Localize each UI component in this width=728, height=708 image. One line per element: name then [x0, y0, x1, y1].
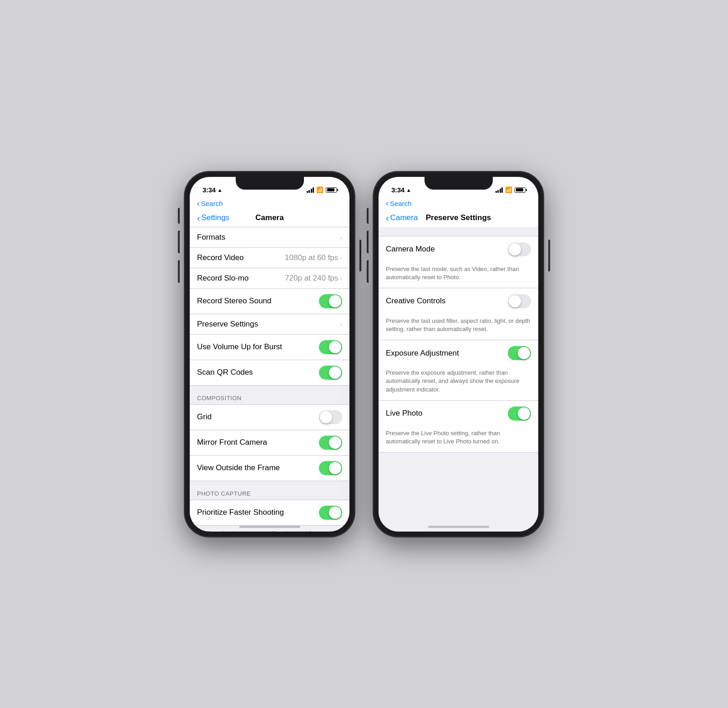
record-slomo-chevron: › [340, 275, 342, 282]
toggle-knob [329, 295, 341, 307]
live-photo-toggle[interactable] [508, 407, 531, 421]
home-indicator-2 [428, 526, 489, 528]
creative-controls-row: Creative Controls [379, 288, 538, 314]
volume-burst-toggle[interactable] [319, 340, 342, 354]
toggle-knob [518, 347, 530, 359]
back-chevron-2: ‹ [386, 213, 389, 223]
notch-2 [425, 177, 493, 190]
mute-button[interactable] [178, 208, 180, 224]
back-to-search[interactable]: ‹ Search [197, 199, 223, 208]
mirror-front-row: Mirror Front Camera [190, 430, 349, 456]
wifi-icon: 📶 [316, 186, 324, 193]
creative-controls-label: Creative Controls [386, 296, 445, 306]
phone-2: 3:34 ▲ 📶 ‹ Search [373, 171, 544, 537]
formats-row[interactable]: Formats › [190, 227, 349, 248]
record-video-row[interactable]: Record Video 1080p at 60 fps › [190, 248, 349, 268]
signal-icon [307, 187, 314, 193]
preserve-settings-label: Preserve Settings [197, 320, 258, 329]
record-video-val-text: 1080p at 60 fps [285, 253, 338, 262]
toggle-knob [320, 411, 332, 423]
mute-button-2[interactable] [367, 208, 369, 224]
search-label: Search [201, 200, 223, 207]
toggle-knob [509, 295, 521, 307]
live-photo-row: Live Photo [379, 401, 538, 427]
volume-burst-label: Use Volume Up for Burst [197, 342, 282, 351]
camera-settings-list: Formats › Record Video 1080p at 60 fps › [190, 227, 349, 532]
toggle-knob [329, 341, 341, 353]
battery-icon-2 [515, 187, 526, 193]
toggle-knob [329, 462, 341, 474]
status-icons: 📶 [307, 186, 337, 193]
back-to-search-2[interactable]: ‹ Search [386, 199, 412, 208]
volume-up-button-2[interactable] [367, 231, 369, 253]
view-outside-row: View Outside the Frame [190, 456, 349, 481]
volume-down-button[interactable] [178, 260, 180, 283]
home-indicator-1 [239, 526, 300, 528]
signal-icon-2 [495, 187, 503, 193]
nav-bar-1: ‹ Settings Camera [190, 209, 349, 227]
exposure-adjustment-section: Exposure Adjustment Preserve the exposur… [379, 340, 538, 400]
exposure-adjustment-desc: Preserve the exposure adjustment, rather… [379, 366, 538, 400]
grid-row: Grid [190, 405, 349, 430]
faster-shooting-row: Prioritize Faster Shooting [190, 500, 349, 525]
phone-screen-1: 3:34 ▲ 📶 ‹ Search [190, 177, 349, 532]
search-row: ‹ Search [190, 197, 349, 209]
back-label-1: Settings [202, 213, 229, 222]
view-outside-toggle[interactable] [319, 461, 342, 475]
status-icons-2: 📶 [495, 186, 526, 193]
formats-chevron: › [340, 234, 342, 241]
live-photo-label: Live Photo [386, 409, 422, 418]
power-button-2[interactable] [548, 240, 550, 271]
live-photo-section: Live Photo Preserve the Live Photo setti… [379, 400, 538, 452]
camera-mode-toggle[interactable] [508, 242, 531, 256]
wifi-icon-2: 📶 [505, 186, 512, 193]
exposure-adjustment-row: Exposure Adjustment [379, 340, 538, 366]
photo-capture-header: PHOTO CAPTURE [190, 481, 349, 500]
faster-shooting-toggle[interactable] [319, 506, 342, 520]
creative-controls-toggle[interactable] [508, 294, 531, 308]
grid-toggle[interactable] [319, 410, 342, 424]
record-stereo-toggle[interactable] [319, 294, 342, 308]
scan-qr-row: Scan QR Codes [190, 360, 349, 385]
phone-1: 3:34 ▲ 📶 ‹ Search [184, 171, 355, 537]
record-stereo-label: Record Stereo Sound [197, 296, 272, 306]
record-slomo-val-text: 720p at 240 fps [285, 274, 338, 283]
search-label-2: Search [390, 200, 412, 207]
search-row-2: ‹ Search [379, 197, 538, 209]
toggle-knob [329, 507, 341, 519]
volume-burst-row: Use Volume Up for Burst [190, 335, 349, 360]
camera-mode-section: Camera Mode Preserve the last mode, such… [379, 236, 538, 288]
preserve-settings-row[interactable]: Preserve Settings › [190, 314, 349, 335]
power-button[interactable] [359, 240, 361, 271]
mirror-front-toggle[interactable] [319, 436, 342, 450]
volume-up-button[interactable] [178, 231, 180, 253]
exposure-adjustment-toggle[interactable] [508, 346, 531, 360]
back-chevron-icon: ‹ [197, 199, 200, 208]
camera-mode-desc: Preserve the last mode, such as Video, r… [379, 262, 538, 288]
camera-mode-label: Camera Mode [386, 245, 435, 254]
scan-qr-toggle[interactable] [319, 366, 342, 380]
status-time: 3:34 [202, 186, 216, 194]
record-slomo-label: Record Slo-mo [197, 274, 248, 283]
page-title-2: Preserve Settings [426, 213, 491, 222]
back-label-2: Camera [390, 213, 418, 222]
record-video-chevron: › [340, 254, 342, 261]
scan-qr-label: Scan QR Codes [197, 368, 253, 377]
camera-mode-row: Camera Mode [379, 236, 538, 262]
record-stereo-row: Record Stereo Sound [190, 289, 349, 314]
creative-controls-desc: Preserve the last used filter, aspect ra… [379, 314, 538, 340]
status-time-2: 3:34 [391, 186, 404, 194]
toggle-knob [329, 437, 341, 449]
back-chevron-1: ‹ [197, 213, 200, 223]
notch [236, 177, 304, 190]
creative-controls-section: Creative Controls Preserve the last used… [379, 288, 538, 340]
photo-capture-card: Prioritize Faster Shooting [190, 500, 349, 526]
formats-label: Formats [197, 233, 225, 242]
mirror-front-label: Mirror Front Camera [197, 438, 267, 447]
location-icon-2: ▲ [406, 187, 411, 193]
view-outside-label: View Outside the Frame [197, 463, 280, 472]
volume-down-button-2[interactable] [367, 260, 369, 283]
preserve-chevron: › [340, 321, 342, 328]
main-settings-card: Formats › Record Video 1080p at 60 fps › [190, 227, 349, 386]
record-slomo-row[interactable]: Record Slo-mo 720p at 240 fps › [190, 268, 349, 289]
